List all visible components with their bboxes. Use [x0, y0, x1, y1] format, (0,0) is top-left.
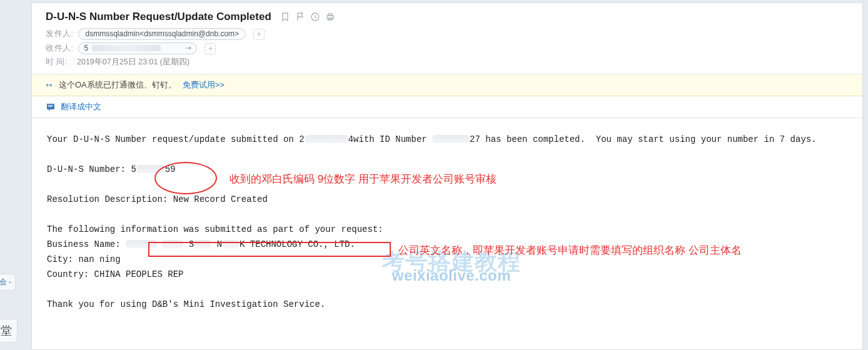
left-bubble-bottom: 堂	[0, 319, 18, 342]
to-chip[interactable]: 5	[78, 42, 197, 54]
print-icon[interactable]	[325, 12, 335, 22]
body-line-thanks: Thank you for using D&B's Mini Investiga…	[47, 297, 847, 312]
email-subject: D-U-N-S Number Request/Update Completed	[46, 11, 271, 23]
banner-link[interactable]: 免费试用>>	[183, 79, 225, 91]
promo-banner: ●● 这个OA系统已打通微信、钉钉。 免费试用>>	[32, 74, 862, 96]
bookmark-icon[interactable]	[280, 12, 290, 22]
chevron-down-icon	[185, 44, 191, 52]
to-label: 收件人:	[46, 43, 73, 54]
body-line-country: Country: CHINA PEOPLES REP	[47, 267, 847, 282]
redacted-date	[305, 135, 348, 143]
header-row: D-U-N-S Number Request/Update Completed	[32, 3, 862, 27]
redacted-biz-c	[194, 240, 211, 248]
email-body: 考号搭建教程 weixiaolive.com Your D-U-N-S Numb…	[32, 118, 862, 324]
redacted-biz-a	[126, 240, 157, 248]
left-strip: 会 - 堂	[0, 0, 28, 350]
to-chip-redacted	[92, 45, 161, 51]
from-line: 发件人: dsmmssqladmin<dsmmssqladmin@dnb.com…	[32, 27, 862, 41]
to-chip-prefix: 5	[84, 44, 88, 52]
translate-icon	[46, 102, 56, 112]
body-line-intro: Your D-U-N-S Number request/update submi…	[47, 132, 847, 147]
time-label: 时 间:	[46, 57, 72, 68]
redacted-id	[432, 135, 470, 143]
svg-rect-2	[328, 14, 332, 16]
from-label: 发件人:	[46, 29, 73, 39]
header-actions	[280, 12, 335, 22]
time-line: 时 间: 2019年07月25日 23:01 (星期四)	[32, 56, 862, 69]
chain-icon: ●●	[46, 82, 53, 88]
banner-text: 这个OA系统已打通微信、钉钉。	[59, 79, 176, 91]
body-line-resolution: Resolution Description: New Record Creat…	[47, 192, 847, 207]
time-value: 2019年07月25日 23:01 (星期四)	[77, 57, 189, 68]
flag-icon[interactable]	[295, 12, 305, 22]
to-line: 收件人: 5 +	[32, 41, 862, 56]
add-sender-button[interactable]: +	[253, 29, 265, 40]
from-chip[interactable]: dsmmssqladmin<dsmmssqladmin@dnb.com>	[78, 28, 246, 40]
clock-icon[interactable]	[310, 12, 320, 22]
add-recipient-button[interactable]: +	[204, 43, 216, 54]
left-bubble-top: 会 -	[0, 274, 16, 291]
redacted-biz-d	[222, 240, 240, 248]
body-line-following: The following information was submitted …	[47, 222, 847, 237]
redacted-duns	[136, 165, 165, 173]
annotation-duns-note: 收到的邓白氏编码 9位数字 用于苹果开发者公司账号审核	[230, 172, 497, 187]
translate-link[interactable]: 翻译成中文	[61, 101, 101, 112]
redacted-biz-b	[162, 240, 183, 248]
translate-bar: 翻译成中文	[32, 96, 862, 118]
annotation-company-note: 公司英文名称，即苹果开发者账号申请时需要填写的组织名称 公司主体名	[398, 243, 742, 258]
mail-panel: D-U-N-S Number Request/Update Completed …	[31, 2, 863, 350]
